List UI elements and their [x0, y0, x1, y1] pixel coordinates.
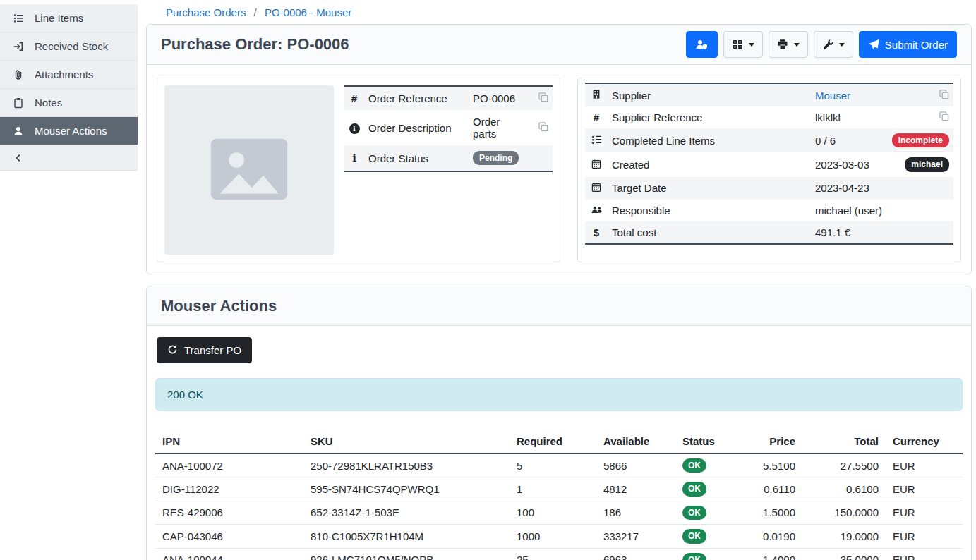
sidebar-collapse-button[interactable]	[0, 145, 138, 171]
cell-available: 333217	[596, 525, 675, 548]
paper-plane-icon	[868, 39, 879, 50]
sidebar-item-notes[interactable]: Notes	[0, 89, 138, 117]
sidebar-item-attachments[interactable]: Attachments	[0, 61, 138, 89]
cell-price: 1.4000	[732, 548, 802, 560]
user-roles-button[interactable]	[686, 31, 718, 58]
order-details-body: # Order Reference PO-0006 i Order D	[147, 65, 971, 274]
table-row: DIG-112022 595-SN74HCS74QPWRQ1 1 4812 OK…	[155, 477, 963, 501]
column-header-ipn: IPN	[155, 430, 303, 454]
detail-label: Supplier	[608, 83, 811, 106]
sidebar-item-mouser-actions[interactable]: Mouser Actions	[0, 117, 138, 145]
table-row: ANA-100072 250-72981KLRATR150B3 5 5866 O…	[155, 454, 963, 477]
column-header-price: Price	[732, 430, 802, 454]
table-header-row: IPN SKU Required Available Status Price …	[155, 430, 963, 454]
cell-available: 186	[596, 501, 675, 524]
status-badge: OK	[682, 482, 706, 496]
panel-title: Mouser Actions	[161, 297, 277, 315]
cell-sku: 926-LMC7101QM5/NOPB	[303, 548, 510, 560]
paperclip-icon	[12, 69, 24, 80]
table-row: Supplier Mouser	[585, 83, 953, 106]
cell-currency: EUR	[886, 477, 963, 501]
status-badge: OK	[682, 458, 706, 473]
order-actions-menu-button[interactable]	[814, 31, 853, 58]
calendar-icon	[591, 183, 601, 195]
sidebar-item-label: Line Items	[35, 12, 83, 24]
cell-ipn: CAP-043046	[155, 525, 303, 548]
table-row: RES-429006 652-3314Z-1-503E 100 186 OK 1…	[155, 501, 963, 524]
detail-label: Responsible	[608, 200, 811, 221]
copy-icon[interactable]	[939, 111, 949, 121]
purchase-order-panel: Purchase Order: PO-0006	[146, 24, 972, 274]
cell-ipn: ANA-100072	[155, 454, 303, 477]
sign-in-icon	[12, 41, 24, 52]
column-header-currency: Currency	[886, 430, 963, 454]
cell-required: 1000	[510, 525, 596, 548]
cell-ipn: ANA-100044	[155, 548, 303, 560]
user-icon	[12, 126, 24, 137]
breadcrumb-link-current-order[interactable]: PO-0006 - Mouser	[265, 6, 351, 18]
cell-total: 0.6100	[802, 477, 886, 501]
detail-value: lklklkl	[811, 106, 888, 128]
submit-order-button[interactable]: Submit Order	[859, 31, 957, 58]
table-row: CAP-043046 810-C1005X7R1H104M 1000 33321…	[155, 525, 963, 548]
list-check-icon	[591, 135, 602, 147]
cell-sku: 652-3314Z-1-503E	[303, 501, 510, 524]
cell-currency: EUR	[886, 454, 963, 477]
cell-price: 0.6110	[732, 477, 802, 501]
detail-value: 2023-03-03	[811, 152, 888, 176]
print-menu-button[interactable]	[769, 31, 808, 58]
cell-total: 35.0000	[802, 548, 886, 560]
table-row: Created 2023-03-03 michael	[585, 152, 953, 176]
cell-price: 1.5000	[732, 501, 802, 524]
status-badge: OK	[682, 553, 706, 560]
cell-ipn: RES-429006	[155, 501, 303, 524]
purchase-order-header: Purchase Order: PO-0006	[147, 25, 971, 65]
detail-value: 2023-04-23	[811, 177, 888, 200]
order-summary-table: # Order Reference PO-0006 i Order D	[344, 85, 553, 172]
submit-order-label: Submit Order	[885, 39, 948, 51]
info-icon: i	[352, 152, 356, 164]
cell-currency: EUR	[886, 501, 963, 524]
cell-sku: 595-SN74HCS74QPWRQ1	[303, 477, 510, 501]
barcode-menu-button[interactable]	[723, 31, 763, 58]
cell-required: 100	[510, 501, 596, 524]
cell-available: 6963	[596, 548, 675, 560]
column-header-available: Available	[596, 430, 675, 454]
user-shield-icon	[695, 39, 709, 50]
transfer-po-label: Transfer PO	[184, 344, 241, 356]
status-alert: 200 OK	[155, 378, 963, 411]
breadcrumb-separator: /	[254, 6, 257, 18]
detail-label: Total cost	[608, 221, 811, 244]
app-root: Line Items Received Stock Attachments No…	[0, 0, 976, 560]
copy-icon[interactable]	[538, 122, 548, 132]
cell-required: 5	[510, 454, 596, 477]
detail-value: Order parts	[469, 110, 524, 145]
breadcrumb-link-purchase-orders[interactable]: Purchase Orders	[166, 6, 246, 18]
copy-icon[interactable]	[538, 92, 548, 102]
dollar-icon: $	[594, 226, 599, 238]
image-placeholder-icon	[203, 123, 295, 217]
mouser-actions-body: Transfer PO 200 OK IPN SKU Required Avai…	[147, 326, 971, 560]
detail-label: Order Status	[364, 145, 469, 171]
users-icon	[591, 205, 603, 217]
transfer-po-button[interactable]: Transfer PO	[157, 337, 252, 363]
refresh-icon	[167, 344, 178, 357]
sidebar-item-line-items[interactable]: Line Items	[0, 4, 138, 32]
supplier-link[interactable]: Mouser	[815, 90, 850, 102]
detail-label: Created	[608, 152, 811, 176]
supplier-details-card: Supplier Mouser # Supplier Reference	[577, 78, 961, 262]
list-icon	[12, 13, 24, 24]
cell-total: 27.5500	[802, 454, 886, 477]
copy-icon[interactable]	[939, 90, 949, 99]
cell-price: 0.0190	[732, 525, 802, 548]
cell-required: 25	[510, 548, 596, 560]
table-row: i Order Description Order parts	[344, 110, 553, 145]
detail-value: 491.1 €	[811, 221, 888, 244]
mouser-actions-panel: Mouser Actions Transfer PO 200 OK	[146, 286, 972, 560]
order-image-placeholder[interactable]	[164, 85, 334, 255]
caret-down-icon	[749, 43, 754, 47]
sidebar-item-received-stock[interactable]: Received Stock	[0, 32, 138, 61]
page-title: Purchase Order: PO-0006	[161, 35, 349, 54]
column-header-required: Required	[510, 430, 596, 454]
breadcrumb: Purchase Orders / PO-0006 - Mouser	[146, 0, 972, 24]
